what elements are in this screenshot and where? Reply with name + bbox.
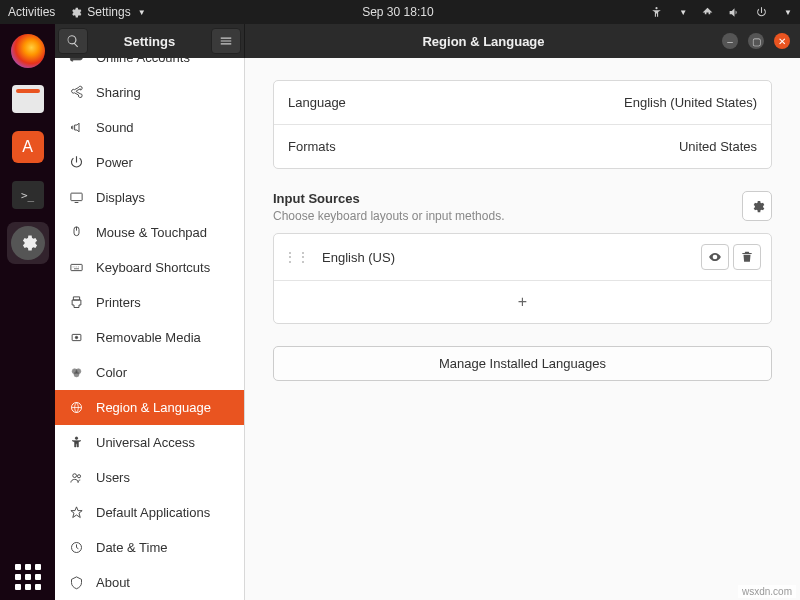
sidebar-item-label: Removable Media (96, 330, 201, 345)
activities-button[interactable]: Activities (8, 5, 55, 19)
chevron-down-icon: ▼ (138, 8, 146, 17)
power-icon (69, 155, 84, 170)
input-sources-options-button[interactable] (742, 191, 772, 221)
gear-icon (11, 226, 45, 260)
sidebar-item-about[interactable]: About (55, 565, 244, 600)
add-input-source-button[interactable]: + (274, 280, 771, 323)
sidebar-item-power[interactable]: Power (55, 145, 244, 180)
clock[interactable]: Sep 30 18:10 (146, 5, 651, 19)
sidebar-item-date-time[interactable]: Date & Time (55, 530, 244, 565)
sidebar-item-label: Sound (96, 120, 134, 135)
keyboard-icon (69, 260, 84, 275)
page-title: Region & Language (245, 34, 722, 49)
sidebar-item-label: Keyboard Shortcuts (96, 260, 210, 275)
gnome-topbar: Activities Settings ▼ Sep 30 18:10 ▼ ▼ (0, 0, 800, 24)
sidebar-item-displays[interactable]: Displays (55, 180, 244, 215)
sidebar-item-color[interactable]: Color (55, 355, 244, 390)
software-icon: A (12, 131, 44, 163)
sidebar-item-sharing[interactable]: Sharing (55, 75, 244, 110)
color-icon (69, 365, 84, 380)
preview-layout-button[interactable] (701, 244, 729, 270)
power-icon (755, 6, 768, 19)
star-icon (69, 505, 84, 520)
svg-rect-3 (71, 264, 82, 270)
volume-icon (728, 6, 741, 19)
displays-icon (69, 190, 84, 205)
firefox-icon (11, 34, 45, 68)
sidebar-item-label: Users (96, 470, 130, 485)
sidebar-item-label: Date & Time (96, 540, 168, 555)
language-row[interactable]: Language English (United States) (274, 81, 771, 125)
share-icon (69, 85, 84, 100)
dock-software[interactable]: A (7, 126, 49, 168)
input-source-label: English (US) (322, 250, 697, 265)
search-icon (66, 34, 80, 48)
formats-row[interactable]: Formats United States (274, 125, 771, 168)
dock-settings[interactable] (7, 222, 49, 264)
svg-point-5 (75, 336, 78, 339)
input-sources-list: ⋮⋮ English (US) + (273, 233, 772, 324)
close-button[interactable]: ✕ (774, 33, 790, 49)
formats-label: Formats (288, 139, 336, 154)
sidebar-item-online-accounts[interactable]: Online Accounts (55, 58, 244, 75)
sidebar-item-users[interactable]: Users (55, 460, 244, 495)
sidebar-item-label: Sharing (96, 85, 141, 100)
sidebar-item-label: Displays (96, 190, 145, 205)
svg-point-10 (75, 437, 78, 440)
search-button[interactable] (58, 28, 88, 54)
manage-languages-button[interactable]: Manage Installed Languages (273, 346, 772, 381)
sidebar-item-label: About (96, 575, 130, 590)
titlebar: Settings Region & Language – ▢ ✕ (55, 24, 800, 58)
about-icon (69, 575, 84, 590)
sidebar-item-universal-access[interactable]: Universal Access (55, 425, 244, 460)
accessibility-icon (650, 6, 663, 19)
dock-files[interactable] (7, 78, 49, 120)
sound-icon (69, 120, 84, 135)
sidebar-item-label: Printers (96, 295, 141, 310)
network-icon (701, 6, 714, 19)
svg-rect-1 (71, 193, 82, 201)
sidebar-item-label: Mouse & Touchpad (96, 225, 207, 240)
sidebar-item-removable-media[interactable]: Removable Media (55, 320, 244, 355)
sidebar-item-label: Default Applications (96, 505, 210, 520)
region-icon (69, 400, 84, 415)
trash-icon (740, 250, 754, 264)
hamburger-button[interactable] (211, 28, 241, 54)
sidebar-title: Settings (91, 34, 208, 49)
sidebar-item-sound[interactable]: Sound (55, 110, 244, 145)
drag-handle-icon[interactable]: ⋮⋮ (284, 250, 310, 264)
watermark: wsxdn.com (738, 585, 796, 598)
dock-show-apps[interactable] (15, 564, 41, 590)
status-area[interactable]: ▼ ▼ (650, 6, 792, 19)
input-sources-subtitle: Choose keyboard layouts or input methods… (273, 209, 504, 223)
hamburger-icon (219, 34, 233, 48)
dock: A >_ (0, 24, 55, 600)
input-source-row[interactable]: ⋮⋮ English (US) (274, 234, 771, 280)
sidebar-item-mouse-touchpad[interactable]: Mouse & Touchpad (55, 215, 244, 250)
mouse-icon (69, 225, 84, 240)
language-label: Language (288, 95, 346, 110)
chevron-down-icon: ▼ (784, 8, 792, 17)
dock-terminal[interactable]: >_ (7, 174, 49, 216)
access-icon (69, 435, 84, 450)
appmenu-button[interactable]: Settings ▼ (69, 5, 145, 19)
sidebar-item-region-language[interactable]: Region & Language (55, 390, 244, 425)
printer-icon (69, 295, 84, 310)
cloud-icon (69, 58, 84, 65)
sidebar-item-default-applications[interactable]: Default Applications (55, 495, 244, 530)
remove-source-button[interactable] (733, 244, 761, 270)
minimize-button[interactable]: – (722, 33, 738, 49)
chevron-down-icon: ▼ (679, 8, 687, 17)
sidebar-item-keyboard-shortcuts[interactable]: Keyboard Shortcuts (55, 250, 244, 285)
sidebar-item-label: Universal Access (96, 435, 195, 450)
files-icon (12, 85, 44, 113)
settings-window: Settings Region & Language – ▢ ✕ Online … (55, 24, 800, 600)
maximize-button[interactable]: ▢ (748, 33, 764, 49)
sidebar-item-label: Region & Language (96, 400, 211, 415)
eye-icon (708, 250, 722, 264)
settings-sidebar[interactable]: Online AccountsSharingSoundPowerDisplays… (55, 58, 245, 600)
terminal-icon: >_ (12, 181, 44, 209)
dock-firefox[interactable] (7, 30, 49, 72)
sidebar-item-printers[interactable]: Printers (55, 285, 244, 320)
input-sources-header: Input Sources Choose keyboard layouts or… (273, 191, 772, 223)
